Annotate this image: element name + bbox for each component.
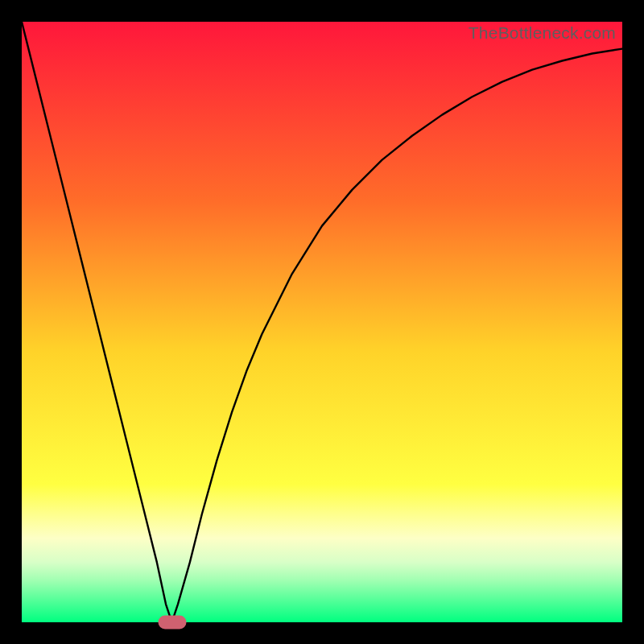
chart-plot-area: TheBottleneck.com xyxy=(22,22,622,622)
line-curve xyxy=(22,22,622,622)
optimum-marker xyxy=(158,616,186,630)
chart-frame: TheBottleneck.com xyxy=(0,0,644,644)
watermark-label: TheBottleneck.com xyxy=(469,23,616,43)
